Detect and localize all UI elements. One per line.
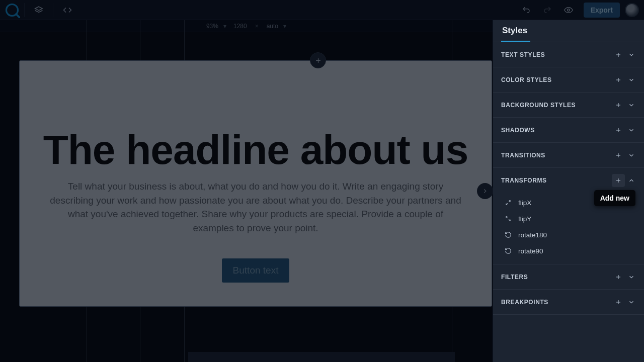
transform-item-rotate180[interactable]: rotate180 bbox=[493, 227, 644, 243]
section-breakpoints: Breakpoints bbox=[493, 290, 644, 315]
list-item-label: flipX bbox=[518, 199, 531, 207]
chevron-down-icon[interactable] bbox=[625, 124, 638, 137]
section-title: Filters bbox=[501, 274, 528, 281]
chevron-down-icon[interactable] bbox=[625, 99, 638, 112]
rotate-icon bbox=[503, 247, 513, 254]
undo-icon[interactable] bbox=[516, 0, 536, 20]
cta-button[interactable]: Button text bbox=[222, 258, 290, 283]
export-button[interactable]: Export bbox=[584, 3, 620, 18]
chevron-up-icon[interactable] bbox=[625, 174, 638, 187]
add-background-style-button[interactable] bbox=[612, 99, 625, 112]
svg-point-2 bbox=[567, 9, 570, 11]
chevron-down-icon[interactable]: ▾ bbox=[223, 23, 226, 30]
add-breakpoint-button[interactable] bbox=[612, 296, 625, 309]
section-title: Breakpoints bbox=[501, 299, 548, 306]
layers-icon[interactable] bbox=[29, 0, 49, 20]
section-color-styles: Color Styles bbox=[493, 67, 644, 93]
section-title: Background Styles bbox=[501, 102, 576, 109]
page-section[interactable]: The headline about us Tell what your bus… bbox=[19, 60, 492, 307]
tooltip-add-new: Add new bbox=[594, 190, 635, 206]
paragraph-text[interactable]: Tell what your business is about, what y… bbox=[20, 173, 492, 235]
headline-text[interactable]: The headline about us bbox=[20, 126, 492, 173]
list-item-label: rotate90 bbox=[518, 247, 543, 255]
next-section-button[interactable] bbox=[477, 183, 493, 199]
ruler-bar: 93% ▾ 1280 × auto ▾ bbox=[0, 20, 493, 32]
chevron-down-icon[interactable] bbox=[625, 73, 638, 86]
next-section-preview[interactable] bbox=[188, 352, 455, 362]
svg-marker-1 bbox=[35, 7, 43, 11]
add-filter-button[interactable] bbox=[612, 270, 625, 284]
section-filters: Filters bbox=[493, 264, 644, 290]
section-title: Color Styles bbox=[501, 76, 552, 83]
code-icon[interactable] bbox=[57, 0, 77, 20]
section-title: Transforms bbox=[501, 177, 547, 184]
redo-icon[interactable] bbox=[537, 0, 557, 20]
add-transition-button[interactable] bbox=[612, 149, 625, 162]
section-title: Text Styles bbox=[501, 51, 545, 58]
chevron-down-icon[interactable]: ▾ bbox=[283, 23, 286, 30]
section-background-styles: Background Styles bbox=[493, 93, 644, 118]
list-item-label: flipY bbox=[518, 215, 531, 223]
add-section-button[interactable] bbox=[310, 52, 326, 68]
canvas-width[interactable]: 1280 bbox=[233, 23, 247, 30]
zoom-level[interactable]: 93% bbox=[206, 23, 218, 30]
list-item-label: rotate180 bbox=[518, 231, 547, 239]
app-logo[interactable] bbox=[4, 2, 20, 18]
section-transitions: Transitions bbox=[493, 143, 644, 168]
section-transforms: Transforms flipX flipY rotate180 rotate9… bbox=[493, 168, 644, 264]
section-shadows: Shadows bbox=[493, 118, 644, 143]
add-transform-button[interactable] bbox=[612, 174, 625, 187]
dimension-separator: × bbox=[252, 23, 262, 30]
chevron-down-icon[interactable] bbox=[625, 48, 638, 61]
preview-eye-icon[interactable] bbox=[558, 0, 579, 20]
top-toolbar: Export bbox=[0, 0, 644, 20]
chevron-down-icon[interactable] bbox=[625, 270, 638, 284]
section-title: Transitions bbox=[501, 152, 545, 159]
canvas-area[interactable]: The headline about us Tell what your bus… bbox=[0, 32, 493, 362]
avatar[interactable] bbox=[625, 3, 639, 17]
transform-item-flipy[interactable]: flipY bbox=[493, 211, 644, 227]
section-text-styles: Text Styles bbox=[493, 42, 644, 67]
section-title: Shadows bbox=[501, 127, 535, 134]
add-color-style-button[interactable] bbox=[612, 73, 625, 86]
flip-x-icon bbox=[503, 199, 513, 206]
chevron-down-icon[interactable] bbox=[625, 149, 638, 162]
flip-y-icon bbox=[503, 215, 513, 222]
add-shadow-button[interactable] bbox=[612, 124, 625, 137]
rotate-icon bbox=[503, 231, 513, 238]
tab-styles[interactable]: Styles bbox=[501, 21, 530, 42]
transform-item-rotate90[interactable]: rotate90 bbox=[493, 243, 644, 259]
chevron-down-icon[interactable] bbox=[625, 296, 638, 309]
add-text-style-button[interactable] bbox=[612, 48, 625, 61]
canvas-height-mode[interactable]: auto bbox=[267, 23, 278, 30]
